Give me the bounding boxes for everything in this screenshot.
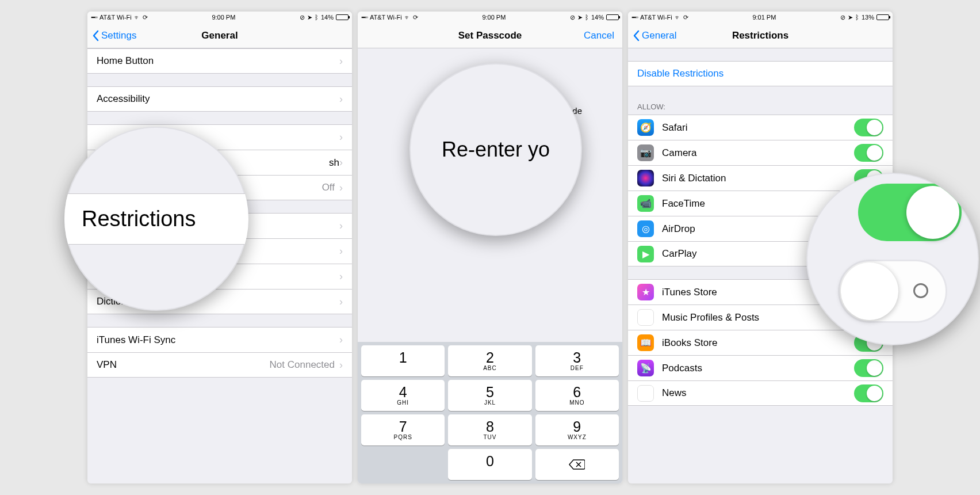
location-icon: ➤	[848, 14, 853, 21]
signal-icon: ▪▪▪▫▫	[91, 14, 97, 20]
bluetooth-icon: ᛒ	[585, 14, 589, 21]
magnified-toggle-off	[838, 260, 947, 323]
key-3[interactable]: 3DEF	[535, 345, 619, 376]
key-letters: WXYZ	[568, 434, 587, 440]
wifi-icon: ᯤ	[675, 14, 681, 21]
activity-icon: ⟳	[143, 14, 148, 21]
chevron-right-icon: ›	[339, 157, 343, 169]
location-icon: ➤	[307, 14, 312, 21]
row-label: News	[662, 387, 854, 399]
row-label: Safari	[662, 122, 854, 134]
row-itunes-wifi[interactable]: iTunes Wi-Fi Sync ›	[87, 327, 352, 352]
key-letters: GHI	[397, 399, 409, 406]
toggle-camera[interactable]	[854, 144, 883, 162]
row-label: Camera	[662, 147, 854, 159]
orientation-lock-icon: ⊘	[840, 14, 845, 21]
chevron-right-icon: ›	[339, 182, 343, 194]
row-label: Accessibility	[97, 93, 339, 105]
disable-restrictions-link[interactable]: Disable Restrictions	[628, 61, 893, 86]
magnified-row-label: Restrictions	[64, 193, 248, 245]
row-label: Home Button	[97, 55, 339, 67]
activity-icon: ⟳	[683, 14, 688, 21]
orientation-lock-icon: ⊘	[300, 14, 305, 21]
key-7[interactable]: 7PQRS	[361, 414, 445, 446]
chevron-right-icon: ›	[339, 334, 343, 346]
toggle-safari[interactable]	[854, 119, 883, 136]
battery-icon	[336, 14, 349, 20]
status-bar: ▪▪▪▫▫ AT&T Wi-Fi ᯤ ⟳ 9:00 PM ⊘ ➤ ᛒ 14%	[358, 12, 622, 23]
key-9[interactable]: 9WXYZ	[535, 414, 619, 446]
key-6[interactable]: 6MNO	[535, 380, 619, 411]
row-accessibility[interactable]: Accessibility ›	[87, 86, 352, 112]
app-ibooks-icon: 📖	[637, 334, 654, 351]
numeric-keypad: 1 2ABC3DEF4GHI5JKL6MNO7PQRS8TUV9WXYZ0	[358, 342, 622, 483]
chevron-back-icon	[92, 30, 99, 41]
key-number: 0	[486, 454, 494, 469]
key-letters: PQRS	[393, 434, 412, 440]
magnifier-toggle	[806, 173, 979, 345]
clock: 9:00 PM	[482, 14, 506, 21]
key-number: 2	[486, 351, 494, 365]
bluetooth-icon: ᛒ	[855, 14, 859, 21]
key-5[interactable]: 5JKL	[448, 380, 531, 411]
app-carplay-icon: ▶	[637, 246, 654, 262]
row-value: Off	[322, 182, 335, 193]
chevron-right-icon: ›	[339, 271, 343, 283]
chevron-right-icon: ›	[339, 55, 343, 67]
activity-icon: ⟳	[413, 14, 418, 21]
carrier-label: AT&T Wi-Fi	[99, 14, 132, 21]
back-button[interactable]: General	[633, 23, 676, 48]
app-safari-icon: 🧭	[637, 119, 654, 136]
wifi-icon: ᯤ	[134, 14, 140, 21]
app-camera-icon: 📷	[637, 144, 654, 161]
nav-title: General	[201, 30, 238, 41]
backspace-icon	[569, 459, 585, 470]
signal-icon: ▪▪▪▫▫	[361, 14, 368, 20]
key-number: 7	[399, 420, 407, 434]
chevron-right-icon: ›	[339, 220, 343, 232]
row-vpn[interactable]: VPN Not Connected ›	[87, 352, 352, 378]
nav-bar: General Restrictions	[628, 23, 893, 48]
wifi-icon: ᯤ	[404, 14, 411, 21]
app-siri-icon	[637, 170, 654, 186]
key-2[interactable]: 2ABC	[448, 345, 531, 376]
signal-icon: ▪▪▪▫▫	[631, 14, 638, 20]
carrier-label: AT&T Wi-Fi	[640, 14, 672, 21]
app-airdrop-icon: ◎	[637, 220, 654, 237]
key-4[interactable]: 4GHI	[361, 380, 445, 411]
chevron-right-icon: ›	[339, 296, 343, 308]
nav-title: Set Passcode	[458, 30, 522, 41]
key-number: 8	[486, 420, 494, 434]
row-home-button[interactable]: Home Button ›	[87, 48, 352, 74]
toggle-news[interactable]	[854, 384, 883, 402]
nav-title: Restrictions	[732, 30, 788, 41]
battery-icon	[876, 14, 889, 20]
app-itunes-icon: ★	[637, 284, 654, 300]
battery-icon	[606, 14, 619, 20]
app-facetime-icon: 📹	[637, 195, 654, 212]
key-1[interactable]: 1	[361, 345, 445, 376]
key-0[interactable]: 0	[448, 449, 531, 480]
row-safari: 🧭Safari	[628, 115, 893, 140]
magnified-prompt: Re-enter yo	[436, 138, 556, 162]
back-button[interactable]: Settings	[92, 23, 136, 48]
row-value: Not Connected	[270, 359, 335, 371]
key-letters: ABC	[483, 365, 497, 371]
cancel-label: Cancel	[584, 30, 614, 41]
chevron-right-icon: ›	[339, 131, 343, 143]
nav-bar: Settings General	[87, 23, 352, 48]
row-label: Siri & Dictation	[662, 173, 854, 184]
key-8[interactable]: 8TUV	[448, 414, 531, 446]
key-letters: MNO	[569, 399, 584, 406]
toggle-podcasts[interactable]	[854, 359, 883, 377]
key-letters: DEF	[571, 365, 584, 371]
cancel-button[interactable]: Cancel	[584, 23, 614, 48]
back-label: General	[642, 30, 676, 41]
clock: 9:01 PM	[752, 14, 776, 21]
key-number: 1	[399, 351, 407, 365]
key-blank	[361, 449, 445, 480]
status-bar: ▪▪▪▫▫ AT&T Wi-Fi ᯤ ⟳ 9:00 PM ⊘ ➤ ᛒ 14%	[87, 12, 352, 23]
link-label: Disable Restrictions	[637, 68, 883, 79]
key-backspace[interactable]	[535, 449, 619, 480]
magnifier-restrictions: Restrictions	[64, 127, 248, 311]
